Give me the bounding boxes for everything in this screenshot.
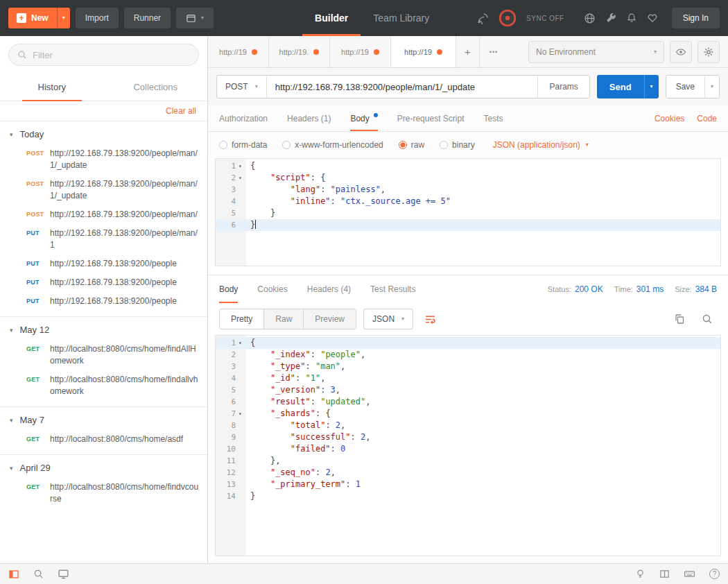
save-dropdown-caret[interactable]: ▾: [704, 76, 719, 98]
send-dropdown-caret[interactable]: ▾: [644, 75, 659, 98]
response-tab-cookies[interactable]: Cookies: [257, 275, 287, 303]
history-item[interactable]: POSThttp://192.168.79.138:9200/people/ma…: [0, 144, 207, 175]
request-tab[interactable]: http://19: [330, 36, 391, 67]
keyboard-shortcuts-icon[interactable]: [684, 568, 695, 580]
body-mode-label: binary: [452, 140, 475, 150]
response-tab-body[interactable]: Body: [219, 275, 238, 303]
body-mode-binary[interactable]: binary: [440, 140, 475, 150]
request-tabstrip-tabs: http://19http://19.http://19http://19: [208, 36, 456, 67]
copy-icon[interactable]: [670, 309, 689, 329]
response-format-select[interactable]: JSON ▾: [363, 309, 413, 329]
request-tab[interactable]: http://19.: [269, 36, 330, 67]
history-item-url: http://localhost:8080/cms/home/findAllHo…: [50, 343, 199, 367]
console-icon[interactable]: [58, 568, 69, 580]
response-section: BodyCookiesHeaders (4)Test Results Statu…: [208, 275, 728, 563]
gutter-cell: 9: [216, 431, 246, 443]
two-pane-layout-icon[interactable]: [659, 569, 670, 579]
history-item[interactable]: GEThttp://localhost:8080/cms/home/findAl…: [0, 340, 207, 370]
code-text: {: [246, 337, 720, 349]
history-item[interactable]: PUThttp://192.168.79.138:9200/people: [0, 273, 207, 292]
globe-icon[interactable]: [584, 12, 596, 24]
body-mode-x-www-form-urlencoded[interactable]: x-www-form-urlencoded: [282, 140, 383, 150]
wrench-icon[interactable]: [605, 12, 616, 24]
history-group-header[interactable]: ▾April 29: [0, 455, 207, 478]
new-dropdown-caret[interactable]: ▾: [57, 8, 70, 28]
request-tab[interactable]: http://19: [391, 36, 456, 67]
request-tab[interactable]: http://19: [208, 36, 269, 67]
body-mode-form-data[interactable]: form-data: [219, 140, 267, 150]
filter-box[interactable]: [8, 44, 199, 66]
response-tab-headers-[interactable]: Headers (4): [307, 275, 351, 303]
view-tab-pretty[interactable]: Pretty: [220, 309, 263, 329]
filter-input[interactable]: [33, 50, 190, 60]
line-number: 10: [227, 443, 236, 455]
history-group-header[interactable]: ▾Today: [0, 121, 207, 144]
heart-icon[interactable]: [647, 12, 658, 24]
history-item[interactable]: GEThttp://localhost:8080/cms/home/asdf: [0, 430, 207, 449]
line-number: 14: [227, 490, 236, 502]
code-line: 14}: [216, 490, 720, 502]
method-select[interactable]: POST ▾: [217, 76, 267, 98]
request-body-editor[interactable]: 1▾{2▾ "script": {3 "lang": "painless",4 …: [215, 158, 721, 266]
response-tab-test-results[interactable]: Test Results: [370, 275, 415, 303]
content-type-select[interactable]: JSON (application/json) ▾: [493, 140, 589, 150]
import-button[interactable]: Import: [76, 8, 119, 28]
request-tab-headers-[interactable]: Headers (1): [287, 105, 331, 131]
history-item-url: http://192.168.79.138:9200/people/man/1/…: [50, 148, 199, 171]
nav-tab-builder[interactable]: Builder: [302, 0, 361, 36]
request-tab-authorization[interactable]: Authorization: [219, 105, 268, 131]
bulb-icon[interactable]: [635, 569, 645, 579]
send-button[interactable]: Send: [597, 75, 644, 98]
history-item[interactable]: POSThttp://192.168.79.138:9200/people/ma…: [0, 205, 207, 224]
history-item[interactable]: PUThttp://192.168.79.138:9200/people/man…: [0, 224, 207, 255]
request-tab-pre-request-script[interactable]: Pre-request Script: [397, 105, 465, 131]
help-icon[interactable]: ?: [709, 569, 720, 579]
history-group-header[interactable]: ▾May 12: [0, 317, 207, 340]
line-number: 5: [231, 207, 236, 219]
code-link[interactable]: Code: [697, 114, 717, 123]
tab-history[interactable]: History: [0, 74, 104, 101]
history-item[interactable]: POSThttp://192.168.79.138:9200/people/ma…: [0, 175, 207, 205]
code-text: "_type": "man",: [246, 361, 720, 372]
request-tab-label: http://19: [341, 48, 369, 56]
capture-requests-icon[interactable]: [477, 12, 489, 24]
body-mode-raw[interactable]: raw: [399, 140, 424, 150]
view-tab-preview[interactable]: Preview: [303, 309, 356, 329]
environment-select[interactable]: No Environment ▾: [528, 41, 664, 63]
add-tab-button[interactable]: +: [456, 36, 480, 67]
request-tab-body[interactable]: Body: [350, 105, 377, 131]
bell-icon[interactable]: [626, 12, 637, 24]
response-tabs: BodyCookiesHeaders (4)Test Results: [219, 275, 415, 303]
tab-label: Body: [219, 284, 238, 294]
nav-tab-team-library[interactable]: Team Library: [361, 0, 442, 36]
history-item[interactable]: PUThttp://192.168.79.138:9200/people: [0, 292, 207, 311]
history-item-method: POST: [26, 148, 47, 171]
new-window-button[interactable]: ▾: [176, 8, 214, 28]
save-button[interactable]: Save: [666, 76, 704, 98]
sign-in-button[interactable]: Sign In: [672, 8, 720, 28]
sync-status-icon[interactable]: [499, 9, 517, 27]
history-item[interactable]: GEThttp://localhost:8080/cms/home/findal…: [0, 370, 207, 401]
search-response-icon[interactable]: [697, 309, 717, 329]
view-tab-raw[interactable]: Raw: [263, 309, 303, 329]
history-item[interactable]: GEThttp://localhost:8080/cms/home/findvc…: [0, 478, 207, 508]
url-input[interactable]: [267, 76, 538, 98]
wrap-text-icon[interactable]: [420, 309, 440, 329]
environment-quicklook-button[interactable]: [670, 41, 692, 63]
global-search-icon[interactable]: [33, 569, 44, 579]
code-text: "successful": 2,: [246, 431, 720, 443]
history-item[interactable]: PUThttp://192.168.79.138:9200/people: [0, 255, 207, 273]
tab-label: Test Results: [370, 284, 415, 294]
cookies-link[interactable]: Cookies: [655, 114, 684, 123]
tab-collections[interactable]: Collections: [104, 74, 208, 101]
clear-all-link[interactable]: Clear all: [166, 106, 196, 116]
environment-settings-button[interactable]: [697, 41, 720, 63]
toggle-sidebar-icon[interactable]: [8, 569, 19, 580]
runner-button[interactable]: Runner: [124, 8, 171, 28]
params-button[interactable]: Params: [537, 76, 589, 98]
line-number: 6: [231, 219, 236, 231]
new-button[interactable]: + New ▾: [8, 8, 70, 28]
history-group-header[interactable]: ▾May 7: [0, 407, 207, 430]
request-tab-tests[interactable]: Tests: [483, 105, 503, 131]
more-tabs-button[interactable]: •••: [480, 36, 508, 67]
